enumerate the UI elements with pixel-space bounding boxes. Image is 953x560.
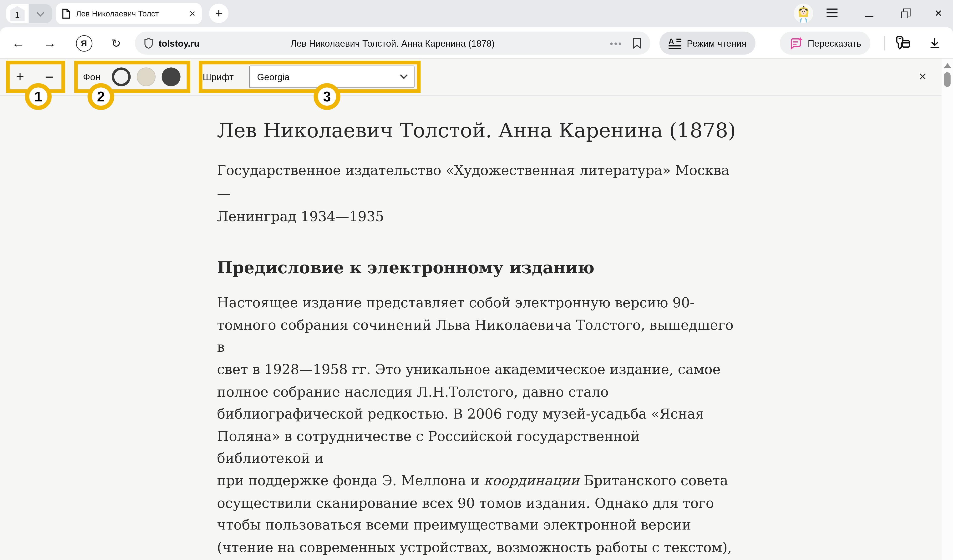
toolbar-divider [885, 36, 885, 51]
reader-mode-label: Режим чтения [687, 38, 747, 48]
background-swatch-sepia[interactable] [137, 67, 155, 86]
article-subtitle: Государственное издательство «Художестве… [217, 159, 734, 228]
minimize-button[interactable] [858, 5, 880, 22]
tab-group-shield-icon: 1 [10, 6, 25, 22]
tab-group-button[interactable]: 1 [6, 4, 53, 23]
retell-label: Пересказать [808, 38, 861, 48]
forward-button[interactable]: → [40, 27, 60, 59]
new-tab-button[interactable]: + [209, 3, 229, 23]
yandex-logo-icon: Я [76, 35, 92, 51]
reader-mode-icon: А [669, 37, 682, 49]
annotation-badge-1: 1 [25, 83, 52, 110]
background-swatch-light[interactable] [112, 67, 130, 86]
scrollbar-thumb[interactable] [944, 73, 951, 87]
close-icon: ✕ [918, 71, 927, 84]
tab-group-count-label: 1 [15, 10, 20, 20]
window-close-button[interactable]: ✕ [928, 5, 950, 22]
close-icon: ✕ [934, 8, 942, 19]
address-bar[interactable]: tolstoy.ru Лев Николаевич Толстой. Анна … [135, 32, 650, 55]
tab-title: Лев Николаевич Толст [76, 9, 188, 18]
reader-content: Лев Николаевич Толстой. Анна Каренина (1… [0, 96, 942, 560]
scroll-up-icon[interactable] [944, 63, 951, 68]
reader-toolbar: + − Фон Шрифт Georgia ✕ [0, 59, 942, 95]
shield-icon [144, 38, 153, 49]
passwords-button[interactable] [890, 27, 915, 59]
minimize-icon [865, 15, 874, 17]
restore-button[interactable] [893, 5, 915, 22]
plus-icon: + [16, 68, 24, 85]
tab-bar: 1 Лев Николаевич Толст ✕ + [0, 0, 953, 27]
tab-group-count[interactable]: 1 [6, 4, 29, 23]
zoom-in-button[interactable]: + [12, 59, 28, 95]
plus-icon: + [215, 6, 222, 21]
article-title: Лев Николаевич Толстой. Анна Каренина (1… [217, 118, 734, 143]
yandex-button[interactable]: Я [75, 27, 93, 59]
nav-toolbar: ← → Я ↻ tolstoy.ru Лев Николаевич Толсто… [0, 27, 953, 59]
page-icon [62, 9, 70, 19]
download-button[interactable] [922, 27, 947, 59]
tab-group-chevron[interactable] [29, 4, 52, 23]
more-icon[interactable] [610, 43, 621, 45]
retell-button[interactable]: Пересказать [780, 32, 870, 55]
bookmark-icon[interactable] [632, 37, 642, 49]
refresh-button[interactable]: ↻ [107, 27, 125, 59]
article-paragraph: Настоящее издание представляет собой эле… [217, 292, 734, 560]
scrollbar[interactable] [942, 59, 953, 560]
refresh-icon: ↻ [111, 36, 121, 50]
annotation-badge-3: 3 [314, 83, 340, 110]
restore-icon [901, 11, 908, 18]
article-heading: Предисловие к электронному изданию [217, 258, 734, 277]
chevron-down-icon [400, 71, 408, 79]
back-button[interactable]: ← [9, 27, 28, 59]
back-icon: ← [12, 36, 25, 51]
menu-icon[interactable] [826, 9, 837, 20]
annotation-badge-2: 2 [87, 83, 114, 110]
font-select-value: Georgia [257, 72, 289, 82]
download-icon [929, 37, 941, 49]
avatar-illustration [794, 3, 813, 23]
reader-close-button[interactable]: ✕ [910, 59, 934, 95]
forward-icon: → [43, 36, 56, 51]
address-page-title: Лев Николаевич Толстой. Анна Каренина (1… [183, 38, 602, 48]
browser-window: 1 Лев Николаевич Толст ✕ + [0, 0, 953, 560]
svg-text:А: А [669, 37, 674, 45]
chevron-down-icon [36, 9, 44, 17]
tab[interactable]: Лев Николаевич Толст ✕ [56, 3, 202, 24]
avatar[interactable] [794, 3, 813, 23]
reader-mode-button[interactable]: А Режим чтения [660, 32, 756, 55]
retell-sparkle-icon [789, 37, 803, 50]
key-card-icon [895, 36, 910, 51]
minus-icon: − [45, 68, 54, 85]
background-swatch-dark[interactable] [162, 67, 181, 86]
tab-close-icon[interactable]: ✕ [189, 9, 196, 18]
font-label: Шрифт [204, 59, 232, 95]
